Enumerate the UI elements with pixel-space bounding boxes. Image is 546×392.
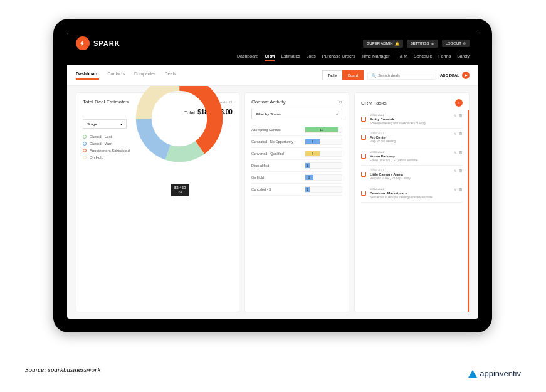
- task-row: 02/10/2021Huron ParkwayFollow up w Jim (…: [361, 147, 463, 166]
- view-board-button[interactable]: Board: [342, 70, 364, 80]
- delete-icon[interactable]: 🗑: [459, 114, 463, 118]
- nav-crm[interactable]: CRM: [265, 54, 275, 61]
- donut-chart: [132, 86, 226, 166]
- logout-button[interactable]: LOGOUT ⎋: [442, 40, 470, 47]
- task-body: 02/10/2021Little Caesars ArenaRespond to…: [370, 169, 450, 180]
- topbar: SPARK SUPER ADMIN 🔔 SETTINGS ⚙ LOGOUT ⎋: [67, 33, 478, 65]
- delete-icon[interactable]: 🗑: [459, 132, 463, 136]
- task-title: Amity Co-work: [370, 117, 450, 121]
- delete-icon[interactable]: 🗑: [459, 169, 463, 173]
- logo-text: SPARK: [93, 40, 120, 47]
- source-caption: Source: sparkbusinesswork: [25, 366, 100, 373]
- task-checkbox[interactable]: [361, 172, 366, 177]
- delete-icon[interactable]: 🗑: [459, 188, 463, 192]
- deal-estimates-card: Total Deal Estimates Total Deals: 21 Tot…: [76, 92, 239, 312]
- task-date: 02/10/2021: [370, 132, 450, 135]
- task-desc: Respond to RFQ for Bay County: [370, 177, 450, 180]
- task-title: Little Caesars Arena: [370, 172, 450, 176]
- status-filter-label: Filter by Status: [256, 112, 281, 116]
- task-actions: ✎🗑: [454, 188, 463, 192]
- legend-item: Closed - Lost: [83, 135, 130, 139]
- status-filter[interactable]: Filter by Status ▾: [251, 109, 342, 119]
- attribution: appinventiv: [468, 369, 521, 378]
- legend-label: Closed - Lost: [90, 135, 112, 139]
- search-icon: 🔍: [372, 73, 376, 78]
- logout-icon: ⎋: [463, 41, 466, 45]
- chart-legend: Closed - LostClosed - WonAppointment Sch…: [83, 135, 130, 159]
- task-checkbox[interactable]: [361, 191, 366, 196]
- card-accent: [468, 110, 469, 312]
- subtab-contacts[interactable]: Contacts: [108, 72, 125, 80]
- view-table-button[interactable]: Table: [322, 70, 342, 80]
- super-admin-button[interactable]: SUPER ADMIN 🔔: [363, 40, 402, 48]
- main-nav: DashboardCRMEstimatesJobsPurchase Orders…: [67, 51, 478, 65]
- activity-row: Contacted - No Opportunity4: [251, 136, 342, 148]
- crm-tasks-card: CRM Tasks + 02/10/2021Amity Co-workSched…: [354, 92, 470, 312]
- search-box[interactable]: 🔍: [367, 72, 436, 80]
- edit-icon[interactable]: ✎: [454, 151, 457, 155]
- task-body: 02/10/2021Art CenterPrep for Bid Meeting: [370, 132, 450, 143]
- view-toggle: Table Board: [322, 70, 364, 80]
- activity-bar-fill: 10: [305, 127, 338, 132]
- task-desc: Send email to set up a meeting to review…: [370, 196, 450, 199]
- nav-estimates[interactable]: Estimates: [281, 54, 300, 61]
- tablet-frame: SPARK SUPER ADMIN 🔔 SETTINGS ⚙ LOGOUT ⎋: [53, 19, 492, 332]
- task-body: 02/10/2021Huron ParkwayFollow up w Jim (…: [370, 151, 450, 162]
- activity-bar-fill: 4: [305, 139, 320, 144]
- activity-bar: 10: [305, 127, 342, 133]
- plus-icon: +: [462, 72, 470, 79]
- activity-label: Canceled - 3: [251, 188, 305, 191]
- deal-estimates-title: Total Deal Estimates: [83, 99, 129, 105]
- task-checkbox[interactable]: [361, 117, 366, 122]
- bell-icon: 🔔: [395, 41, 399, 46]
- search-input[interactable]: [378, 73, 428, 77]
- legend-dot-icon: [83, 135, 87, 139]
- legend-dot-icon: [83, 142, 87, 146]
- task-desc: Follow up w Jim (CFO) about estimate: [370, 159, 450, 162]
- activity-bar-fill: 1: [305, 163, 310, 168]
- nav-t-m[interactable]: T & M: [396, 54, 408, 61]
- subtab-dashboard[interactable]: Dashboard: [76, 72, 99, 80]
- logout-label: LOGOUT: [446, 41, 461, 45]
- edit-icon[interactable]: ✎: [454, 132, 457, 136]
- task-title: Beantown Marketplace: [370, 191, 450, 195]
- nav-jobs[interactable]: Jobs: [307, 54, 316, 61]
- task-title: Huron Parkway: [370, 154, 450, 158]
- task-actions: ✎🗑: [454, 169, 463, 173]
- nav-safety[interactable]: Safety: [457, 54, 470, 61]
- legend-label: On Hold: [90, 156, 103, 159]
- task-title: Art Center: [370, 135, 450, 139]
- activity-row: Disqualified1: [251, 160, 342, 172]
- add-task-button[interactable]: +: [455, 99, 463, 107]
- nav-forms[interactable]: Forms: [438, 54, 451, 61]
- delete-icon[interactable]: 🗑: [459, 151, 463, 155]
- contact-activity-count: 21: [339, 100, 342, 104]
- nav-time-manager[interactable]: Time Manager: [362, 54, 390, 61]
- chevron-down-icon: ▾: [120, 122, 122, 126]
- nav-schedule[interactable]: Schedule: [414, 54, 432, 61]
- contact-activity-title: Contact Activity: [251, 99, 286, 105]
- subtab-companies[interactable]: Companies: [134, 72, 155, 80]
- task-date: 02/10/2021: [370, 114, 450, 117]
- activity-label: Converted - Qualified: [251, 152, 305, 156]
- activity-bar: 4: [305, 139, 342, 145]
- nav-purchase-orders[interactable]: Purchase Orders: [322, 54, 355, 61]
- app-logo[interactable]: SPARK: [76, 36, 120, 50]
- chart-tooltip: $3,450 24: [171, 184, 189, 196]
- nav-dashboard[interactable]: Dashboard: [237, 54, 258, 61]
- settings-label: SETTINGS: [411, 41, 429, 45]
- activity-bar: 1: [305, 186, 342, 193]
- legend-item: Closed - Won: [83, 142, 130, 146]
- stage-filter[interactable]: Stage ▾: [83, 119, 127, 129]
- add-deal-button[interactable]: ADD DEAL +: [440, 72, 470, 79]
- task-checkbox[interactable]: [361, 154, 366, 159]
- settings-button[interactable]: SETTINGS ⚙: [407, 40, 438, 48]
- edit-icon[interactable]: ✎: [454, 169, 457, 173]
- sub-nav: DashboardContactsCompaniesDeals: [76, 72, 176, 80]
- task-checkbox[interactable]: [361, 135, 366, 140]
- task-date: 02/10/2021: [370, 169, 450, 172]
- subtab-deals[interactable]: Deals: [165, 72, 176, 80]
- app-screen: SPARK SUPER ADMIN 🔔 SETTINGS ⚙ LOGOUT ⎋: [67, 33, 478, 319]
- edit-icon[interactable]: ✎: [454, 114, 457, 118]
- edit-icon[interactable]: ✎: [454, 188, 457, 192]
